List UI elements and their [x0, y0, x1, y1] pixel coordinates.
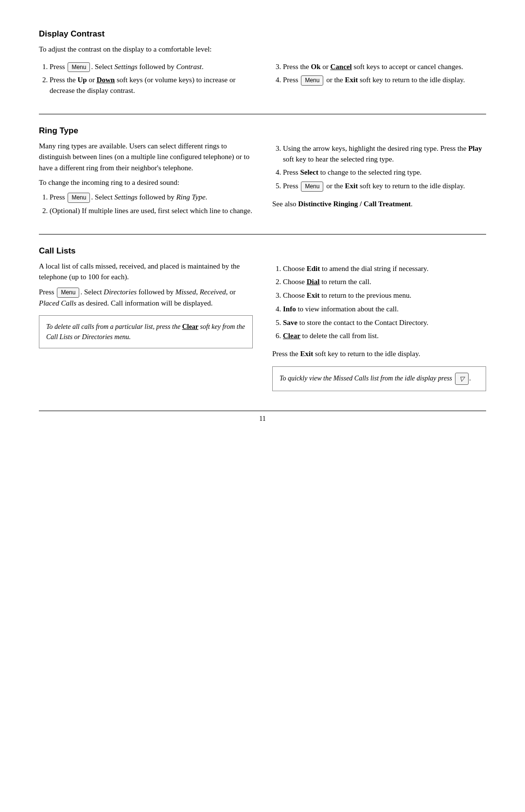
- call-lists-section: Call Lists A local list of calls missed,…: [39, 246, 486, 392]
- call-lists-right-steps: Choose Edit to amend the dial string if …: [283, 264, 486, 342]
- display-contrast-left: Press Menu. Select Settings followed by …: [39, 59, 253, 99]
- call-lists-intro1: A local list of calls missed, received, …: [39, 261, 253, 283]
- ring-type-left: Many ring types are available. Users can…: [39, 141, 253, 219]
- section-divider: [39, 114, 486, 114]
- list-item: Press Menu or the Exit soft key to retur…: [283, 181, 486, 192]
- display-contrast-left-steps: Press Menu. Select Settings followed by …: [50, 62, 253, 96]
- ring-type-left-steps: Press Menu. Select Settings followed by …: [50, 192, 253, 217]
- ring-type-columns: Many ring types are available. Users can…: [39, 141, 486, 219]
- list-item: Clear to delete the call from list.: [283, 331, 486, 342]
- ring-type-intro2: To change the incoming ring to a desired…: [39, 177, 253, 188]
- call-lists-intro2: Press Menu. Select Directories followed …: [39, 287, 253, 308]
- section-divider: [39, 234, 486, 235]
- call-lists-title: Call Lists: [39, 246, 486, 256]
- list-item: Info to view information about the call.: [283, 304, 486, 315]
- ring-type-intro1: Many ring types are available. Users can…: [39, 141, 253, 174]
- list-item: Press Menu or the Exit soft key to retur…: [283, 75, 486, 86]
- ring-type-right-steps: Using the arrow keys, highlight the desi…: [283, 144, 486, 192]
- list-item: Press the Ok or Cancel soft keys to acce…: [283, 62, 486, 72]
- ring-type-title: Ring Type: [39, 126, 486, 136]
- list-item: Press Menu. Select Settings followed by …: [50, 192, 253, 203]
- clear-key-label: Clear: [182, 323, 198, 330]
- display-contrast-intro: To adjust the contrast on the display to…: [39, 44, 486, 55]
- call-lists-columns: A local list of calls missed, received, …: [39, 261, 486, 392]
- page-number: 11: [39, 411, 486, 423]
- list-item: Choose Edit to amend the dial string if …: [283, 264, 486, 274]
- call-lists-right: Choose Edit to amend the dial string if …: [272, 261, 486, 392]
- menu-key-button: Menu: [301, 75, 323, 86]
- page-number-value: 11: [259, 415, 265, 422]
- list-item: Press Menu. Select Settings followed by …: [50, 62, 253, 72]
- list-item: Press the Up or Down soft keys (or volum…: [50, 75, 253, 96]
- display-contrast-right-steps: Press the Ok or Cancel soft keys to acce…: [283, 62, 486, 86]
- list-item: (Optional) If multiple lines are used, f…: [50, 206, 253, 217]
- menu-key-button: Menu: [68, 193, 90, 203]
- missed-calls-info-box: To quickly view the Missed Calls list fr…: [272, 366, 486, 392]
- menu-key-button: Menu: [57, 288, 79, 298]
- display-contrast-title: Display Contrast: [39, 29, 486, 39]
- list-item: Save to store the contact to the Contact…: [283, 318, 486, 328]
- menu-key-button: Menu: [301, 181, 323, 192]
- down-arrow-key-button: ▽: [455, 373, 469, 385]
- list-item: Press Select to change to the selected r…: [283, 167, 486, 178]
- ring-type-right: Using the arrow keys, highlight the desi…: [272, 141, 486, 219]
- call-lists-left: A local list of calls missed, received, …: [39, 261, 253, 392]
- display-contrast-right: Press the Ok or Cancel soft keys to acce…: [272, 59, 486, 99]
- exit-soft-key-text: Press the Exit soft key to return to the…: [272, 348, 486, 360]
- see-also-text: See also Distinctive Ringing / Call Trea…: [272, 198, 486, 210]
- ring-type-section: Ring Type Many ring types are available.…: [39, 126, 486, 219]
- display-contrast-columns: Press Menu. Select Settings followed by …: [39, 59, 486, 99]
- list-item: Choose Dial to return the call.: [283, 277, 486, 288]
- list-item: Choose Exit to return to the previous me…: [283, 290, 486, 301]
- delete-info-box: To delete all calls from a particular li…: [39, 315, 253, 348]
- display-contrast-section: Display Contrast To adjust the contrast …: [39, 29, 486, 99]
- list-item: Using the arrow keys, highlight the desi…: [283, 144, 486, 165]
- menu-key-button: Menu: [68, 62, 90, 72]
